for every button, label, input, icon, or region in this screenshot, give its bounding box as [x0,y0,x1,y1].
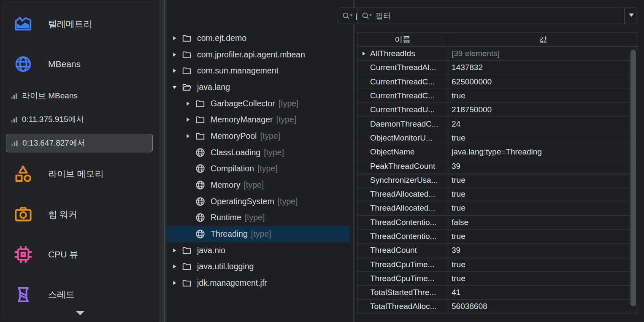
tree-collapsed-icon[interactable] [185,116,191,123]
tree-node-MemoryManager[interactable]: MemoryManager [type] [167,111,350,128]
attribute-name-cell[interactable]: CurrentThreadU... [357,103,448,116]
tree-expanded-icon[interactable] [171,84,178,90]
table-row[interactable]: ThreadCpuTime... true [357,257,638,271]
table-row[interactable]: SynchronizerUsa... true [357,173,638,187]
attribute-name-cell[interactable]: ThreadCpuTime... [357,257,448,271]
attribute-name-cell[interactable]: SynchronizerUsa... [357,173,448,187]
tree-collapsed-icon[interactable] [171,247,178,254]
table-row[interactable]: DaemonThreadC... 24 [357,117,638,131]
table-row[interactable]: TotalStartedThre... 41 [357,286,638,300]
tree-collapsed-icon[interactable] [171,35,178,41]
attribute-name-cell[interactable]: PeakThreadCount [357,159,448,173]
tree-node-com.ejt.demo[interactable]: com.ejt.demo [167,30,350,46]
table-row[interactable]: ThreadContentio... false [357,216,638,230]
attribute-value-cell[interactable]: false [448,216,638,229]
attribute-name-cell[interactable]: ThreadContentio... [357,230,448,243]
attribute-name-cell[interactable]: ObjectMonitorU... [357,131,448,145]
attribute-name-cell[interactable]: ObjectName [357,145,448,159]
attribute-value-cell[interactable]: [39 elements] [448,47,638,60]
table-row[interactable]: ThreadAllocated... true [357,187,638,201]
sidebar-item-mbeans-snapshot-2[interactable]: 0:13.647.827에서 [6,134,153,152]
tree-node-jdk.management.jfr[interactable]: jdk.management.jfr [167,275,350,291]
tree-collapsed-icon[interactable] [185,100,191,107]
tree-node-java.lang[interactable]: java.lang [167,79,350,95]
tree-node-java.util.logging[interactable]: java.util.logging [167,259,350,275]
attribute-value-cell[interactable]: true [448,173,638,187]
tree-table-divider[interactable] [353,0,354,322]
tree-node-Compilation[interactable]: Compilation [type] [167,161,350,177]
tree-collapsed-icon[interactable] [171,280,178,286]
table-row[interactable]: ThreadAllocated... true [357,201,638,215]
attribute-value-cell[interactable]: 218750000 [448,103,638,116]
table-row[interactable]: CurrentThreadC... true [357,89,638,103]
table-row[interactable]: ThreadCount 39 [357,244,638,257]
attribute-name-cell[interactable]: CurrentThreadC... [357,89,448,103]
sidebar-item-mbeans[interactable]: MBeans [1,50,160,78]
attribute-value-cell[interactable]: true [448,257,638,271]
attribute-value-cell[interactable]: true [448,230,638,243]
tree-collapsed-icon[interactable] [171,263,178,270]
attribute-filter-input[interactable] [373,11,624,21]
tree-node-com.jprofiler.api.agent.mbean[interactable]: com.jprofiler.api.agent.mbean [167,46,350,63]
table-row[interactable]: CurrentThreadAl... 1437832 [357,61,638,75]
attribute-name-cell[interactable]: ThreadContentio... [357,216,448,229]
tree-collapsed-icon[interactable] [171,51,178,58]
table-row[interactable]: PeakThreadCount 39 [357,159,638,173]
attribute-name-cell[interactable]: CurrentThreadAl... [357,61,448,74]
expand-arrow-icon[interactable] [361,51,367,57]
attribute-name-cell[interactable]: DaemonThreadC... [357,117,448,130]
tree-node-java.nio[interactable]: java.nio [167,242,350,259]
attribute-name-cell[interactable]: ThreadAllocated... [357,187,448,201]
attribute-name-cell[interactable]: ThreadAllocated... [357,201,448,215]
sidebar-item-cpu-views[interactable]: CPU 뷰 [1,240,160,269]
table-row[interactable]: ThreadContentio... true [357,230,638,244]
tree-node-MemoryPool[interactable]: MemoryPool [type] [167,128,350,144]
column-header-name[interactable]: 이름 [357,33,448,46]
sidebar-item-heap-walker[interactable]: 힙 워커 [1,200,160,229]
attribute-value-cell[interactable]: 24 [448,117,638,130]
attribute-value-cell[interactable]: true [448,272,638,285]
sidebar-item-threads[interactable]: 스레드 [1,280,160,309]
table-row[interactable]: ThreadCpuTime... true [357,272,638,286]
tree-node-Memory[interactable]: Memory [type] [167,177,350,193]
attribute-name-cell[interactable]: AllThreadIds [357,47,448,60]
table-row[interactable]: ObjectMonitorU... true [357,131,638,145]
tree-collapsed-icon[interactable] [171,68,178,74]
column-header-value[interactable]: 값 [448,33,638,46]
table-row[interactable]: CurrentThreadC... 625000000 [357,75,638,89]
attribute-value-cell[interactable]: true [448,89,638,103]
attribute-value-cell[interactable]: 625000000 [448,75,638,89]
tree-node-Threading[interactable]: Threading [type] [167,226,350,242]
tree-node-Runtime[interactable]: Runtime [type] [167,210,350,226]
attribute-value-cell[interactable]: 39 [448,159,638,173]
attribute-name-cell[interactable]: CurrentThreadC... [357,75,448,89]
sidebar-tree-divider[interactable] [164,0,165,322]
attribute-name-cell[interactable]: ThreadCount [357,244,448,257]
attribute-value-cell[interactable]: 39 [448,244,638,257]
search-icon[interactable] [361,11,373,21]
table-row[interactable]: AllThreadIds [39 elements] [357,47,638,61]
search-icon[interactable] [341,11,354,21]
attribute-name-cell[interactable]: ThreadCpuTime... [357,272,448,285]
tree-node-com.sun.management[interactable]: com.sun.management [167,62,350,79]
sidebar-item-live-mbeans[interactable]: 라이브 MBeans [1,87,160,105]
sidebar-item-mbeans-snapshot-1[interactable]: 0:11.375.915에서 [1,110,160,129]
attribute-value-cell[interactable]: 41 [448,286,638,299]
table-row[interactable]: ObjectName java.lang:type=Threading [357,145,638,159]
tree-node-GarbageCollector[interactable]: GarbageCollector [type] [167,95,350,112]
tree-node-OperatingSystem[interactable]: OperatingSystem [type] [167,193,350,210]
filter-options-dropdown[interactable] [624,8,638,24]
table-row[interactable]: TotalThreadAlloc... 56038608 [357,300,638,314]
attribute-value-cell[interactable]: true [448,187,638,201]
table-row[interactable]: CurrentThreadU... 218750000 [357,103,638,117]
sidebar-item-telemetry[interactable]: 텔레메트리 [1,10,160,38]
attribute-value-cell[interactable]: 56038608 [448,300,638,313]
attribute-value-cell[interactable]: true [448,201,638,215]
tree-collapsed-icon[interactable] [185,133,191,139]
attribute-value-cell[interactable]: true [448,131,638,145]
attribute-name-cell[interactable]: TotalStartedThre... [357,286,448,299]
sidebar-scroll-more[interactable] [70,310,90,318]
attribute-value-cell[interactable]: 1437832 [448,61,638,74]
attribute-value-cell[interactable]: java.lang:type=Threading [448,145,638,159]
attribute-name-cell[interactable]: TotalThreadAlloc... [357,300,448,313]
